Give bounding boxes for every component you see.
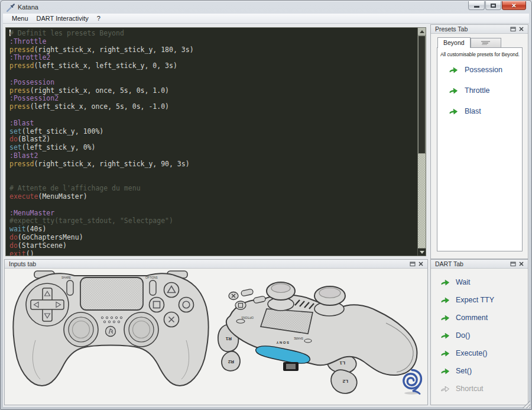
dart-item-label: Expect TTY bbox=[456, 296, 494, 304]
window-title: Katana bbox=[18, 4, 38, 11]
code-line: press(left_stick_x, once, 5s, 0s, -1.0) bbox=[9, 103, 416, 111]
dart-item[interactable]: Execute() bbox=[441, 348, 528, 358]
code-line bbox=[9, 111, 416, 120]
l1-label: L1 bbox=[339, 360, 345, 366]
app-window: Katana ✕ Menu DART Interactivity ? # Def… bbox=[0, 0, 532, 410]
ps-button bbox=[106, 327, 116, 337]
float-panel-button[interactable] bbox=[408, 260, 417, 267]
dart-panel-title: DART Tab bbox=[435, 260, 509, 267]
code-line: #expect_tty(target_stdout, "Selectpage") bbox=[9, 217, 416, 225]
float-panel-button[interactable] bbox=[509, 260, 517, 267]
katana-app-icon bbox=[6, 3, 15, 12]
code-line: :Throttle bbox=[9, 38, 416, 46]
client-area: # Definit les presets Beyond:Throttlepre… bbox=[3, 24, 529, 407]
green-arrow-icon bbox=[449, 86, 458, 95]
presets-caption: All customisable presets for Beyond. bbox=[440, 51, 520, 57]
resize-grip[interactable] bbox=[523, 401, 530, 408]
close-panel-button[interactable] bbox=[517, 260, 525, 267]
preset-item[interactable]: Possession bbox=[449, 65, 520, 75]
circle-button bbox=[179, 298, 194, 312]
dart-item[interactable]: Comment bbox=[441, 313, 528, 322]
script-editor[interactable]: # Definit les presets Beyond:Throttlepre… bbox=[5, 27, 426, 256]
dart-item[interactable]: Expect TTY bbox=[441, 295, 528, 305]
code-line: :MenuMaster bbox=[9, 209, 416, 218]
inputs-panel-header: Inputs tab bbox=[5, 260, 427, 269]
code-line: :Possession bbox=[9, 79, 416, 87]
code-line: :Throttle2 bbox=[9, 54, 416, 62]
dart-item-label: Shortcut bbox=[456, 385, 484, 393]
green-arrow-icon bbox=[441, 278, 450, 286]
float-icon bbox=[510, 261, 516, 267]
r1-label: R1 bbox=[225, 336, 232, 341]
options-button bbox=[150, 280, 156, 295]
share-label: SHARE bbox=[61, 276, 71, 279]
close-icon bbox=[519, 262, 524, 266]
green-arrow-icon bbox=[449, 66, 458, 74]
close-panel-button[interactable] bbox=[417, 260, 425, 267]
code-line: # Definit les presets Beyond bbox=[9, 30, 416, 38]
scroll-up-arrow[interactable] bbox=[418, 28, 426, 35]
dart-item[interactable]: Wait bbox=[441, 277, 528, 287]
right-stick bbox=[314, 286, 345, 316]
code-line: set(left_stick_y, 100%) bbox=[9, 128, 416, 136]
preset-item[interactable]: Blast bbox=[449, 106, 520, 116]
options-label: OPTIONS bbox=[145, 276, 158, 279]
dart-item-label: Do() bbox=[456, 331, 470, 340]
triangle-button bbox=[164, 283, 179, 298]
preset-item-label: Possession bbox=[465, 66, 502, 74]
green-arrow-icon bbox=[449, 107, 458, 115]
code-line bbox=[9, 201, 416, 209]
editor-scrollbar[interactable] bbox=[417, 28, 426, 256]
preset-item[interactable]: Throttle bbox=[449, 86, 520, 95]
r2-label: R2 bbox=[228, 359, 234, 364]
code-line: :Blast2 bbox=[9, 152, 416, 160]
tab-game-logo[interactable] bbox=[471, 38, 501, 47]
share-button bbox=[67, 280, 73, 295]
code-line bbox=[9, 70, 416, 79]
code-line: exit() bbox=[9, 250, 416, 256]
square-button bbox=[150, 298, 164, 312]
dart-item[interactable]: Shortcut bbox=[441, 384, 528, 393]
minimize-icon bbox=[474, 6, 479, 8]
maximize-button[interactable] bbox=[485, 1, 501, 10]
code-line: wait(40s) bbox=[9, 225, 416, 234]
menu-item-menu[interactable]: Menu bbox=[8, 14, 33, 22]
presets-panel-title: Presets Tab bbox=[435, 25, 509, 33]
code-line: press(right_stick_x, once, 5s, 0s, 1.0) bbox=[9, 87, 416, 95]
code-line: pressd(left_stick_x, left_stick_y, 0, 3s… bbox=[9, 62, 416, 70]
code-line bbox=[9, 169, 416, 177]
dart-item-label: Wait bbox=[456, 278, 471, 286]
dart-item[interactable]: Set() bbox=[441, 366, 528, 376]
green-arrow-icon bbox=[441, 296, 450, 304]
gray-arrow-icon bbox=[441, 385, 450, 393]
maximize-icon bbox=[491, 4, 496, 8]
options-label: OPTIONS bbox=[241, 316, 254, 319]
scroll-down-arrow[interactable] bbox=[418, 248, 426, 256]
code-line: pressd(right_stick_x, right_stick_y, 90,… bbox=[9, 160, 416, 169]
minimize-button[interactable] bbox=[468, 1, 485, 10]
close-button[interactable]: ✕ bbox=[502, 1, 526, 10]
menu-item-dart-interactivity[interactable]: DART Interactivity bbox=[33, 14, 93, 22]
scrollbar-thumb[interactable] bbox=[418, 35, 426, 154]
preset-item-label: Blast bbox=[465, 107, 481, 115]
close-icon bbox=[419, 262, 423, 266]
presets-panel: Presets Tab Beyond bbox=[430, 24, 528, 259]
close-panel-button[interactable] bbox=[517, 25, 525, 33]
title-bar[interactable]: Katana ✕ bbox=[1, 1, 531, 14]
green-arrow-icon bbox=[441, 314, 450, 322]
code-line: do(StartScene) bbox=[9, 242, 416, 250]
green-arrow-icon bbox=[441, 331, 450, 340]
code-line: # Attente de l'affichage du menu bbox=[9, 185, 416, 193]
right-stick bbox=[124, 312, 158, 347]
dreamcast-swirl-icon bbox=[400, 368, 424, 395]
presets-list: PossessionThrottleBlast bbox=[440, 57, 520, 116]
close-icon: ✕ bbox=[511, 2, 516, 9]
menu-item-help[interactable]: ? bbox=[93, 14, 105, 22]
tab-beyond[interactable]: Beyond bbox=[437, 37, 471, 48]
float-panel-button[interactable] bbox=[509, 25, 517, 33]
code-area[interactable]: # Definit les presets Beyond:Throttlepre… bbox=[9, 30, 416, 256]
code-line bbox=[9, 176, 416, 185]
dart-item[interactable]: Do() bbox=[441, 331, 528, 340]
green-arrow-icon bbox=[441, 349, 450, 357]
left-stick bbox=[267, 282, 295, 311]
